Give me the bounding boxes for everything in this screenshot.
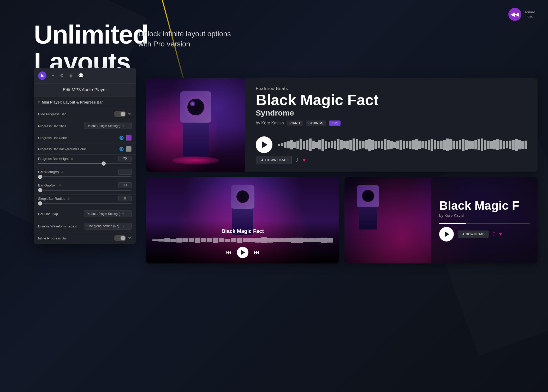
simplebar-radius-track[interactable]: [38, 203, 132, 204]
slider-thumb-3[interactable]: [38, 188, 42, 192]
progress-bar-style-dropdown[interactable]: Default (Plugin Settings): [84, 123, 132, 129]
bar-line-cap-dropdown[interactable]: Default (Plugin Settings): [84, 210, 132, 217]
globe-icon[interactable]: 🌐: [119, 136, 124, 140]
inline-progress-bar-toggle[interactable]: [114, 235, 126, 241]
mini-waveform-bar: [261, 237, 267, 243]
progress-bar-height-value[interactable]: 70: [118, 156, 132, 161]
right-card-content: Black Magic F by Koro Kavish ⬇ DOWNLOAD: [431, 177, 538, 263]
waveform-bar: [309, 138, 312, 151]
settings-button[interactable]: ⚙: [60, 73, 64, 79]
waveform-bar: [474, 140, 477, 149]
waveform-bar: [412, 140, 415, 149]
waveform-bar: [525, 141, 527, 149]
comments-button[interactable]: 💬: [78, 73, 84, 79]
waveform-bar: [406, 141, 408, 148]
tag-piano: PIANO: [287, 120, 303, 126]
bar-width-value[interactable]: 1: [118, 169, 132, 175]
right-heart-button[interactable]: ♥: [499, 231, 502, 237]
waveform-bar: [400, 140, 402, 150]
section-header[interactable]: Mini Player: Layout & Progress Bar: [34, 97, 136, 108]
waveform-bar: [415, 139, 418, 150]
waveform-bar: [362, 141, 365, 148]
progress-fill: [439, 223, 466, 224]
waveform-bar: [393, 142, 396, 148]
play-button-large[interactable]: [256, 136, 272, 153]
waveform-bar: [325, 141, 327, 149]
waveform-bar: [449, 139, 452, 150]
waveform-bar: [471, 141, 474, 149]
editor-panel: E + ⚙ ◈ 💬 Edit MP3 Audio Player Mini Pla…: [34, 68, 136, 244]
bar-gap-track[interactable]: [38, 190, 132, 191]
mini-waveform-bar: [315, 238, 321, 243]
right-download-button[interactable]: ⬇ DOWNLOAD: [458, 231, 489, 238]
waveform: // Will be generated inline: [278, 137, 527, 153]
toggle-value: No: [128, 112, 132, 116]
progress-bar-style-label: Progress Bar Style: [38, 124, 66, 128]
mini-card-content-left: Black Magic Fact ⏮ ⏭: [146, 223, 339, 263]
disable-waveform-fadein-dropdown[interactable]: Use global setting (No): [85, 223, 132, 230]
color-swatch-gray[interactable]: [126, 146, 132, 152]
logo-text: sonaar music.: [525, 10, 535, 18]
share-button[interactable]: ⤴: [296, 157, 299, 163]
waveform-bar: [484, 140, 486, 150]
skip-forward-left[interactable]: ⏭: [254, 249, 259, 256]
color-swatch-purple[interactable]: [126, 135, 132, 141]
disable-waveform-fadein-label: Disable Waveform FadeIn: [38, 224, 77, 228]
hide-progress-bar-toggle-wrap: No: [114, 111, 132, 117]
heart-button[interactable]: ♥: [303, 157, 306, 163]
slider-thumb-2[interactable]: [38, 175, 42, 179]
bar-width-track[interactable]: [38, 176, 132, 177]
waveform-bar: [421, 141, 424, 148]
right-download-label: DOWNLOAD: [466, 232, 485, 236]
right-share-button[interactable]: ⤴: [493, 231, 495, 237]
color-controls: 🌐: [119, 135, 132, 141]
waveform-bar: [384, 139, 386, 150]
waveform-bar: [300, 139, 302, 150]
waveform-bar: [521, 141, 524, 149]
glow: [172, 156, 219, 164]
head: [180, 91, 211, 123]
mini-waveform-bar: [158, 239, 164, 242]
dropdown-value: Default (Plugin Settings): [87, 212, 120, 216]
subtitle-section: Unlock infinite layout options with Pro …: [138, 29, 231, 49]
waveform-bar: [478, 139, 480, 150]
featured-bottom: // Will be generated inline ⬇ DOWNLOAD ⤴…: [256, 132, 527, 164]
slider-thumb[interactable]: [102, 161, 106, 166]
bar-gap-value[interactable]: 0.1: [118, 182, 132, 188]
layers-button[interactable]: ◈: [69, 73, 73, 79]
brand-name-line2: music.: [525, 14, 535, 19]
download-label: DOWNLOAD: [265, 158, 287, 162]
waveform-bar: [331, 141, 333, 148]
right-play-button[interactable]: [439, 227, 454, 242]
waveform-bar: [459, 140, 461, 149]
simplebar-radius-label: SimpleBar Radius 🖥: [38, 197, 70, 201]
waveform-bar: [334, 141, 336, 149]
mini-play-left[interactable]: [237, 247, 248, 258]
waveform-bar: [487, 141, 490, 149]
slider-thumb-4[interactable]: [38, 201, 42, 206]
mini-waveform-bar: [285, 238, 291, 243]
skip-back-left[interactable]: ⏮: [226, 249, 232, 256]
download-button[interactable]: ⬇ DOWNLOAD: [256, 156, 292, 164]
mini-waveform-bar: [152, 239, 158, 241]
monitor-icon-3: 🖥: [58, 184, 61, 187]
time-badge: 0:31: [329, 120, 341, 126]
monitor-icon-2: 🖥: [60, 170, 63, 173]
section-header-label: Mini Player: Layout & Progress Bar: [42, 100, 103, 104]
bottom-cards: Black Magic Fact ⏮ ⏭: [146, 177, 538, 263]
hide-progress-bar-row: Hide Progress Bar No: [34, 108, 136, 120]
mini-waveform-bar: [279, 238, 285, 242]
progress-bar-height-row: Progress Bar Height 🖥 70: [34, 154, 136, 168]
elementor-icon[interactable]: E: [38, 71, 46, 80]
globe-icon-2[interactable]: 🌐: [119, 147, 124, 151]
simplebar-radius-value[interactable]: 0: [118, 196, 132, 201]
main-title: Unlimited Layouts: [34, 21, 148, 76]
add-button[interactable]: +: [52, 73, 55, 79]
disable-waveform-fadein-row: Disable Waveform FadeIn Use global setti…: [34, 220, 136, 232]
hide-progress-bar-toggle[interactable]: [114, 111, 126, 117]
label-text: Bar Width(px): [38, 170, 59, 174]
hide-progress-bar-label: Hide Progress Bar: [38, 112, 66, 116]
card-artist: by Koro Kavish: [256, 121, 284, 125]
logo-icon: ◀◀: [508, 8, 521, 21]
progress-bar-height-track[interactable]: [38, 163, 132, 164]
